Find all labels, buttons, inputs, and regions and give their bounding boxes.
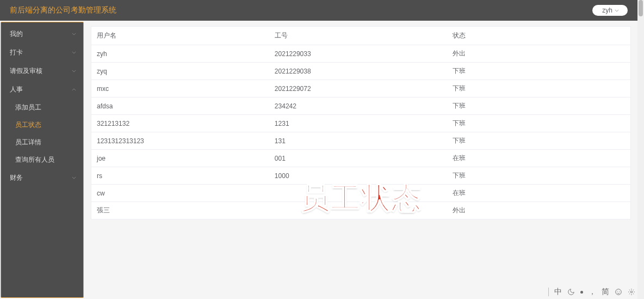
sidebar-item-label: 查询所有人员 (15, 155, 54, 164)
ime-comma-icon[interactable]: ， (589, 287, 596, 297)
table-row[interactable]: 張三外出 (91, 202, 631, 219)
cell-status: 在班 (447, 150, 630, 167)
cell-username: afdsa (91, 97, 269, 115)
col-status[interactable]: 状态 (447, 27, 630, 45)
chevron-up-icon (71, 87, 77, 92)
sidebar-item-label: 添加员工 (15, 103, 41, 112)
app-title: 前后端分离的公司考勤管理系统 (10, 5, 116, 15)
sidebar-item-label: 我的 (10, 29, 23, 39)
cell-code: 1000 (269, 167, 447, 185)
cell-code: 2021229072 (269, 80, 447, 97)
cell-username: 1231312313123 (91, 132, 269, 150)
cell-code: 234242 (269, 97, 447, 115)
ime-mode[interactable]: 简 (602, 287, 609, 297)
cell-username: cw (91, 185, 269, 202)
user-name: zyh (602, 7, 612, 14)
cell-username: zyh (91, 45, 269, 63)
cell-code (269, 202, 447, 219)
sidebar-item-finance[interactable]: 财务 (1, 168, 83, 187)
employee-status-table: 用户名 工号 状态 zyh2021229033外出zyq2021229038下班… (91, 26, 631, 219)
svg-point-0 (616, 289, 622, 295)
col-code[interactable]: 工号 (269, 27, 447, 45)
app-header: 前后端分离的公司考勤管理系统 zyh (0, 0, 637, 21)
cell-status: 下班 (447, 167, 630, 185)
cell-code (269, 185, 447, 202)
sidebar-item-label: 打卡 (10, 48, 23, 57)
cell-code: 1231 (269, 115, 447, 132)
ime-status-dot[interactable] (580, 291, 583, 294)
cell-status: 下班 (447, 80, 630, 97)
sidebar: 我的 打卡 请假及审核 人事 (1, 22, 84, 298)
sidebar-item-label: 财务 (10, 173, 23, 182)
sidebar-item-label: 员工详情 (15, 138, 41, 147)
sidebar-subitem-query-all[interactable]: 查询所有人员 (1, 151, 83, 168)
ime-gear-icon[interactable] (628, 288, 635, 296)
cell-code: 131 (269, 132, 447, 150)
cell-code: 001 (269, 150, 447, 167)
vertical-scrollbar[interactable] (637, 0, 644, 299)
table-row[interactable]: 3212131321231下班 (91, 115, 631, 132)
cell-username: joe (91, 150, 269, 167)
sidebar-subitem-emp-detail[interactable]: 员工详情 (1, 133, 83, 151)
chevron-down-icon (71, 50, 77, 55)
chevron-down-icon (71, 175, 77, 180)
sidebar-item-punch[interactable]: 打卡 (1, 43, 83, 62)
scrollbar-thumb[interactable] (639, 0, 643, 16)
cell-username: mxc (91, 80, 269, 97)
cell-status: 下班 (447, 132, 630, 150)
ime-moon-icon[interactable] (567, 288, 575, 296)
ime-smile-icon[interactable] (615, 288, 622, 296)
cell-username: zyq (91, 63, 269, 80)
cell-status: 下班 (447, 63, 630, 80)
sidebar-subitem-add-emp[interactable]: 添加员工 (1, 99, 83, 116)
chevron-down-icon (71, 68, 77, 74)
sidebar-subitem-emp-status[interactable]: 员工状态 (1, 116, 83, 133)
cell-status: 下班 (447, 97, 630, 115)
table-row[interactable]: joe001在班 (91, 150, 631, 167)
table-row[interactable]: 1231312313123131下班 (91, 132, 631, 150)
sidebar-item-leave[interactable]: 请假及审核 (1, 62, 83, 80)
sidebar-item-mine[interactable]: 我的 (1, 25, 83, 43)
ime-divider (548, 288, 549, 296)
ime-lang[interactable]: 中 (554, 287, 562, 297)
main-content: 用户名 工号 状态 zyh2021229033外出zyq2021229038下班… (84, 21, 637, 299)
cell-status: 在班 (447, 185, 630, 202)
sidebar-item-hr[interactable]: 人事 (1, 80, 83, 99)
svg-point-1 (617, 291, 618, 291)
user-dropdown[interactable]: zyh (592, 5, 628, 16)
col-username[interactable]: 用户名 (91, 27, 269, 45)
svg-point-3 (630, 291, 633, 293)
table-row[interactable]: zyh2021229033外出 (91, 45, 631, 63)
sidebar-item-label: 人事 (10, 85, 23, 94)
cell-code: 2021229038 (269, 63, 447, 80)
table-row[interactable]: afdsa234242下班 (91, 97, 631, 115)
cell-status: 外出 (447, 202, 630, 219)
svg-point-2 (619, 291, 620, 291)
cell-username: rs (91, 167, 269, 185)
sidebar-item-label: 请假及审核 (10, 66, 42, 76)
table-row[interactable]: cw在班 (91, 185, 631, 202)
cell-username: 321213132 (91, 115, 269, 132)
chevron-down-icon (71, 31, 77, 36)
table-row[interactable]: rs1000下班 (91, 167, 631, 185)
table-row[interactable]: mxc2021229072下班 (91, 80, 631, 97)
table-row[interactable]: zyq2021229038下班 (91, 63, 631, 80)
cell-status: 外出 (447, 45, 630, 63)
sidebar-item-label: 员工状态 (15, 120, 41, 130)
cell-code: 2021229033 (269, 45, 447, 63)
cell-status: 下班 (447, 115, 630, 132)
ime-toolbar: 中 ， 简 (548, 287, 635, 297)
cell-username: 張三 (91, 202, 269, 219)
chevron-down-icon (615, 8, 619, 13)
